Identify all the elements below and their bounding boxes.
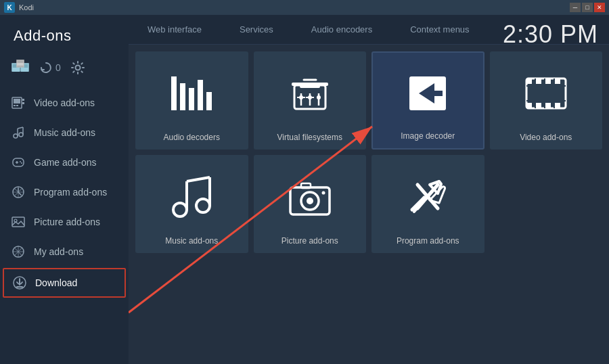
title-bar-text: Kodi [19,3,570,12]
svg-rect-44 [206,92,212,110]
addon-grid: Audio decoders [129,45,609,260]
tile-image-decoder[interactable]: Image decoder [371,51,484,150]
sidebar-toolbar: 0 [0,53,129,88]
tile-picture-addons[interactable]: Picture add-ons [254,155,367,253]
music-addons-icon [11,125,26,140]
sidebar-label-my-addons: My add-ons [34,246,83,257]
sidebar-item-video-addons[interactable]: Video add-ons [0,88,129,118]
svg-rect-69 [555,103,560,108]
svg-line-19 [18,127,23,129]
svg-point-15 [14,134,18,138]
svg-rect-40 [171,76,177,110]
minimize-button[interactable]: ─ [570,3,581,12]
tab-audio-encoders[interactable]: Audio encoders [292,15,391,44]
my-addons-icon [11,244,26,259]
audio-decoders-tile-icon [141,60,243,127]
title-bar-controls: ─ □ ✕ [570,3,605,12]
sidebar-label-game-addons: Game add-ons [34,157,97,168]
image-decoder-tile-icon [378,61,478,126]
svg-rect-65 [555,78,560,84]
tab-web-interface[interactable]: Web interface [129,15,221,44]
svg-rect-73 [526,85,566,87]
svg-point-23 [20,161,21,162]
svg-rect-72 [554,78,555,108]
svg-point-54 [299,95,303,99]
sidebar-title: Add-ons [0,15,129,53]
svg-rect-60 [433,91,443,96]
svg-text:K: K [7,4,12,12]
tile-label-audio-decoders: Audio decoders [164,133,220,142]
video-addons-icon [11,95,26,110]
tile-audio-decoders[interactable]: Audio decoders [135,51,248,150]
tile-label-video-addons: Video add-ons [520,133,572,142]
refresh-count: 0 [55,62,61,73]
tile-label-program-addons: Program add-ons [397,236,459,246]
refresh-icon [39,61,53,74]
addons-icon[interactable] [11,58,30,77]
svg-rect-74 [526,100,566,101]
program-addons-icon [11,185,26,200]
svg-rect-4 [12,68,20,72]
svg-point-8 [75,66,80,70]
svg-rect-71 [544,78,545,108]
clock: 2:30 PM [503,20,598,49]
svg-rect-7 [17,63,24,66]
svg-rect-5 [21,68,28,72]
tile-label-music-addons: Music add-ons [165,236,218,246]
title-bar: K Kodi ─ □ ✕ [0,0,609,15]
svg-point-82 [307,198,313,204]
svg-point-76 [196,199,210,212]
close-button[interactable]: ✕ [594,3,605,12]
svg-rect-42 [189,88,194,110]
svg-line-79 [187,177,210,181]
content-area: 2:30 PM Web interface Services Audio enc… [129,15,609,364]
main-container: Add-ons 0 [0,15,609,364]
svg-rect-14 [22,102,24,104]
tab-services[interactable]: Services [221,15,292,44]
sidebar-item-program-addons[interactable]: Program add-ons [0,177,129,207]
game-addons-icon [11,155,26,170]
svg-rect-67 [536,103,541,108]
svg-point-16 [19,133,23,137]
svg-rect-13 [22,99,24,101]
svg-rect-64 [545,78,551,84]
sidebar-label-program-addons: Program add-ons [34,187,107,198]
settings-icon[interactable] [70,60,85,75]
sidebar: Add-ons 0 [0,15,129,364]
sidebar-item-picture-addons[interactable]: Picture add-ons [0,207,129,237]
svg-rect-63 [536,78,541,84]
sidebar-item-game-addons[interactable]: Game add-ons [0,147,129,177]
svg-rect-10 [14,99,20,104]
tile-label-picture-addons: Picture add-ons [281,236,338,246]
sidebar-item-my-addons[interactable]: My add-ons [0,237,129,267]
maximize-button[interactable]: □ [582,3,593,12]
app-icon: K [4,2,15,13]
virtual-filesystems-tile-icon [259,60,361,127]
tile-music-addons[interactable]: Music add-ons [135,155,248,253]
download-icon [12,275,27,290]
svg-point-55 [308,95,312,99]
svg-rect-68 [545,103,551,108]
program-addons-tile-icon [377,163,479,231]
svg-rect-62 [526,78,532,84]
svg-rect-41 [180,83,185,110]
svg-rect-66 [526,103,532,108]
sidebar-item-download[interactable]: Download [3,268,126,298]
tile-virtual-filesystems[interactable]: Virtual filesystems [254,51,367,150]
svg-rect-43 [198,80,203,110]
svg-point-24 [21,162,22,164]
video-addons-tile-icon [495,60,597,127]
svg-rect-83 [301,183,311,188]
refresh-area[interactable]: 0 [39,61,61,74]
tile-program-addons[interactable]: Program add-ons [371,155,484,253]
svg-point-84 [321,191,325,194]
tile-video-addons[interactable]: Video add-ons [490,51,603,150]
tab-context-menus[interactable]: Context menus [391,15,488,44]
svg-point-75 [173,203,187,217]
svg-rect-11 [14,105,16,106]
svg-rect-12 [16,105,18,106]
tile-label-virtual-filesystems: Virtual filesystems [277,133,342,142]
sidebar-label-picture-addons: Picture add-ons [34,217,100,227]
sidebar-item-music-addons[interactable]: Music add-ons [0,118,129,147]
picture-addons-tile-icon [259,163,361,231]
